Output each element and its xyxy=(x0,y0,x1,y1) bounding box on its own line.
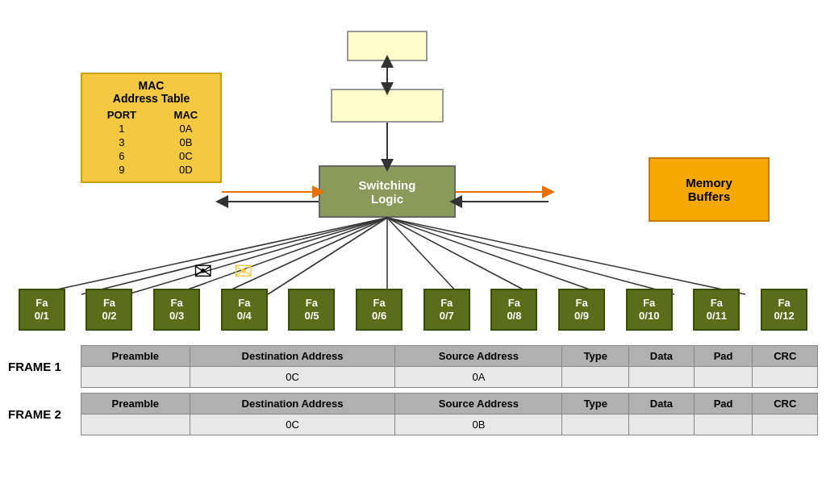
envelope-icon-1: ✉ xyxy=(194,258,212,285)
frame-value-cell xyxy=(562,414,629,435)
port-box: Fa0/2 xyxy=(86,289,132,331)
frame-value-cell xyxy=(629,414,695,435)
frame-label: FRAME 2 xyxy=(8,407,81,421)
mac-cell: 0B xyxy=(156,135,215,149)
port-box: Fa0/4 xyxy=(221,289,268,331)
frame-value-cell xyxy=(81,367,190,388)
mac-cell: 1 xyxy=(87,122,156,135)
flash-box xyxy=(347,31,428,61)
frames-area: FRAME 1PreambleDestination AddressSource… xyxy=(0,339,826,435)
frame-header-cell: Source Address xyxy=(395,394,562,414)
switching-logic-label: SwitchingLogic xyxy=(359,178,416,206)
mac-col-mac: MAC xyxy=(156,108,215,122)
frame-value-cell xyxy=(562,367,629,388)
frame-header-cell: Preamble xyxy=(81,394,190,414)
frame-table-wrapper: PreambleDestination AddressSource Addres… xyxy=(81,345,818,388)
frame-header-cell: Pad xyxy=(694,346,753,367)
page-title xyxy=(0,0,826,8)
mac-cell: 0D xyxy=(156,163,215,177)
diagram-area: SwitchingLogic MACAddress Table PORT MAC… xyxy=(0,8,826,339)
envelope-icon-2: ✉ xyxy=(234,258,252,285)
svg-line-15 xyxy=(387,218,603,294)
svg-line-11 xyxy=(268,218,387,294)
frame-header-cell: Source Address xyxy=(395,346,562,367)
svg-line-13 xyxy=(387,218,459,294)
frame-row: FRAME 2PreambleDestination AddressSource… xyxy=(8,393,818,435)
frame-header-cell: CRC xyxy=(753,394,818,414)
svg-line-14 xyxy=(387,218,532,294)
mac-col-port: PORT xyxy=(87,108,156,122)
frame-table-wrapper: PreambleDestination AddressSource Addres… xyxy=(81,393,818,435)
memory-buffers-label: MemoryBuffers xyxy=(686,176,732,203)
mac-cell: 6 xyxy=(87,149,156,163)
port-box: Fa0/5 xyxy=(288,289,335,331)
port-box: Fa0/12 xyxy=(761,289,807,331)
frame-header-cell: Pad xyxy=(694,394,753,414)
frame-table: PreambleDestination AddressSource Addres… xyxy=(81,345,818,388)
frame-header-cell: Preamble xyxy=(81,346,190,367)
mac-address-table: MACAddress Table PORT MAC 10A30B60C90D xyxy=(81,73,222,183)
svg-line-17 xyxy=(387,218,745,294)
frame-table: PreambleDestination AddressSource Addres… xyxy=(81,393,818,435)
mac-cell: 9 xyxy=(87,163,156,177)
cpu-box xyxy=(331,89,444,123)
frame-value-cell: 0C xyxy=(190,414,395,435)
port-box: Fa0/1 xyxy=(19,289,65,331)
frame-header-cell: Destination Address xyxy=(190,346,395,367)
frame-header-cell: Type xyxy=(562,346,629,367)
switching-logic-box: SwitchingLogic xyxy=(319,165,456,218)
frame-value-cell xyxy=(694,367,753,388)
port-box: Fa0/3 xyxy=(153,289,200,331)
main-container: SwitchingLogic MACAddress Table PORT MAC… xyxy=(0,0,826,504)
port-box: Fa0/6 xyxy=(356,289,403,331)
frame-value-cell: 0B xyxy=(395,414,562,435)
port-box: Fa0/9 xyxy=(558,289,605,331)
port-box: Fa0/7 xyxy=(423,289,470,331)
frame-header-cell: Destination Address xyxy=(190,394,395,414)
frame-header-cell: Data xyxy=(629,346,695,367)
frame-value-cell xyxy=(629,367,695,388)
port-box: Fa0/11 xyxy=(693,289,740,331)
frame-label: FRAME 1 xyxy=(8,360,81,373)
mac-table-title: MACAddress Table xyxy=(87,79,215,105)
port-box: Fa0/10 xyxy=(626,289,673,331)
svg-line-16 xyxy=(387,218,674,294)
frame-header-cell: Data xyxy=(629,394,695,414)
mac-cell: 3 xyxy=(87,135,156,149)
frame-value-cell: 0C xyxy=(190,367,395,388)
mac-cell: 0C xyxy=(156,149,215,163)
svg-line-8 xyxy=(127,218,387,294)
frame-value-cell xyxy=(694,414,753,435)
frame-value-cell xyxy=(81,414,190,435)
frame-value-cell xyxy=(753,414,818,435)
mac-cell: 0A xyxy=(156,122,215,135)
ports-row: Fa0/1Fa0/2Fa0/3Fa0/4Fa0/5Fa0/6Fa0/7Fa0/8… xyxy=(8,289,818,331)
frame-header-cell: CRC xyxy=(753,346,818,367)
frame-row: FRAME 1PreambleDestination AddressSource… xyxy=(8,345,818,388)
frame-header-cell: Type xyxy=(562,394,629,414)
memory-buffers-box: MemoryBuffers xyxy=(649,157,770,222)
port-box: Fa0/8 xyxy=(490,289,537,331)
mac-table-data: PORT MAC 10A30B60C90D xyxy=(87,108,215,177)
frame-value-cell xyxy=(753,367,818,388)
frame-value-cell: 0A xyxy=(395,367,562,388)
